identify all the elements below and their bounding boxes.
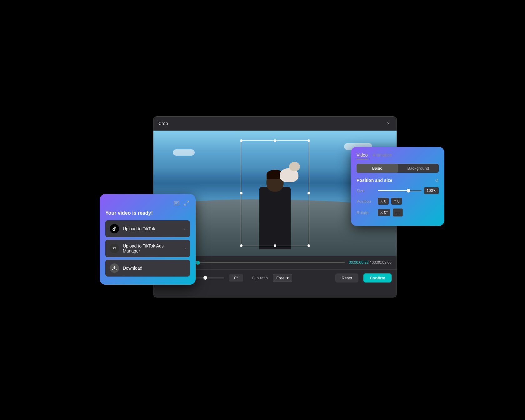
download-label: Download <box>123 266 186 271</box>
rotate-value: 0° <box>229 274 243 282</box>
reset-button[interactable]: Reset <box>335 273 358 282</box>
x-value: 0 <box>384 199 386 203</box>
y-label: Y <box>394 199 396 203</box>
tiktok-ads-label: Upload to TikTok Ads Manager <box>123 243 181 253</box>
tiktok-icon <box>110 224 119 233</box>
panel-tabs: Video Animation <box>357 152 439 159</box>
clip-ratio-chevron: ▾ <box>287 276 289 280</box>
tiktok-ads-action[interactable]: TT Upload to TikTok Ads Manager › <box>105 240 190 257</box>
rotate-x-value: 0° <box>384 210 388 215</box>
minus-button[interactable]: — <box>393 208 403 217</box>
crop-handle-tr[interactable] <box>308 139 310 142</box>
crop-handle-tc[interactable] <box>274 139 276 142</box>
size-row: Size 100% <box>357 187 439 194</box>
rotate-x-field[interactable]: X 0° <box>378 209 390 216</box>
svg-line-3 <box>187 201 189 202</box>
download-action[interactable]: Download <box>105 260 190 277</box>
download-icon <box>110 263 119 273</box>
tiktok-label: Upload to TikTok <box>123 226 181 231</box>
panel-icons <box>105 200 190 207</box>
clip-ratio-select[interactable]: Free ▾ <box>273 274 292 282</box>
size-slider[interactable] <box>378 190 422 191</box>
x-label: X <box>380 199 383 203</box>
total-time: 00:00:03:00 <box>372 260 392 265</box>
timeline-thumb[interactable] <box>196 261 200 265</box>
position-size-section: Position and size ↺ <box>357 178 439 183</box>
crop-handle-bc[interactable] <box>274 244 276 247</box>
tiktok-ads-icon: TT <box>110 244 119 253</box>
size-value: 100% <box>424 187 439 194</box>
tab-video[interactable]: Video <box>357 152 368 159</box>
size-slider-thumb[interactable] <box>407 189 410 192</box>
svg-rect-0 <box>174 201 179 205</box>
crop-handle-mr[interactable] <box>308 192 310 194</box>
size-label: Size <box>357 188 375 193</box>
background-button[interactable]: Background <box>398 164 439 173</box>
close-button[interactable]: × <box>385 120 392 127</box>
position-reset-icon[interactable]: ↺ <box>435 178 439 183</box>
confirm-button[interactable]: Confirm <box>363 273 392 282</box>
rotate-label: Rotate <box>357 210 375 215</box>
clip-ratio-label: Clip ratio <box>252 276 268 280</box>
section-buttons: Basic Background <box>357 164 439 173</box>
position-size-title: Position and size <box>357 178 392 183</box>
current-time: 00:00:00:22 <box>349 260 368 265</box>
y-value: 0 <box>398 199 400 203</box>
expand-icon[interactable] <box>183 200 190 207</box>
svg-line-4 <box>184 204 186 205</box>
subtitle-icon[interactable] <box>173 200 180 207</box>
position-y-field[interactable]: Y 0 <box>391 198 402 205</box>
tab-animation[interactable]: Animation <box>373 152 392 159</box>
crop-dialog-title: Crop <box>158 121 168 126</box>
time-display: 00:00:00:22 / 00:00:03:00 <box>349 260 392 265</box>
crop-handle-ml[interactable] <box>240 192 242 194</box>
basic-button[interactable]: Basic <box>357 164 398 173</box>
tiktok-action[interactable]: Upload to TikTok › <box>105 220 190 237</box>
crop-handle-tl[interactable] <box>240 139 242 142</box>
position-row: Position X 0 Y 0 <box>357 198 439 205</box>
crop-overlay[interactable] <box>241 140 309 246</box>
crop-handle-bl[interactable] <box>240 244 242 247</box>
clip-ratio-value: Free <box>276 276 285 280</box>
rotate-row: Rotate X 0° — <box>357 208 439 217</box>
tiktok-ads-chevron: › <box>184 246 186 251</box>
rotate-thumb[interactable] <box>203 276 207 280</box>
tiktok-chevron: › <box>184 227 186 231</box>
rotate-x-label: X <box>380 210 383 215</box>
video-ready-panel: Your video is ready! Upload to TikTok › … <box>100 194 195 284</box>
size-slider-fill <box>378 190 408 191</box>
main-scene: Crop × <box>122 101 403 319</box>
cloud-1 <box>173 149 195 156</box>
video-ready-title: Your video is ready! <box>105 210 190 216</box>
position-x-field[interactable]: X 0 <box>378 198 389 205</box>
crop-handle-br[interactable] <box>308 244 310 247</box>
crop-dialog-header: Crop × <box>153 117 397 131</box>
position-label: Position <box>357 199 375 204</box>
properties-panel: Video Animation Basic Background Positio… <box>352 148 444 225</box>
